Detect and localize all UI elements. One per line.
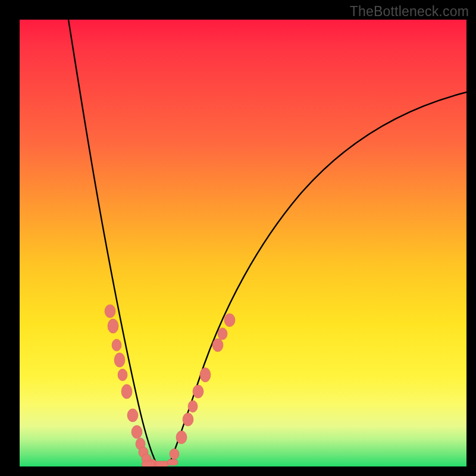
svg-point-3 [114,353,125,367]
svg-rect-12 [142,461,155,466]
svg-rect-13 [155,461,168,466]
svg-point-23 [224,314,235,327]
dots-right-branch [170,314,235,459]
watermark-text: TheBottleneck.com [350,4,469,20]
left-curve [68,20,156,464]
svg-point-4 [118,369,127,381]
dots-left-branch [105,305,157,466]
curve-layer [20,20,466,466]
svg-point-21 [212,339,223,352]
svg-point-7 [131,425,142,439]
svg-point-18 [188,400,198,412]
svg-point-2 [112,339,121,351]
svg-point-19 [193,385,203,398]
svg-point-20 [200,368,211,382]
svg-point-1 [108,319,118,333]
right-curve [170,92,466,464]
svg-point-15 [170,449,179,459]
plot-area [20,20,466,466]
svg-point-16 [176,431,187,444]
svg-point-0 [105,305,115,318]
svg-rect-14 [167,459,178,465]
svg-point-22 [218,328,227,340]
svg-point-17 [183,413,193,426]
svg-point-6 [127,409,138,422]
svg-point-5 [121,384,132,399]
chart-frame: TheBottleneck.com [0,0,476,476]
